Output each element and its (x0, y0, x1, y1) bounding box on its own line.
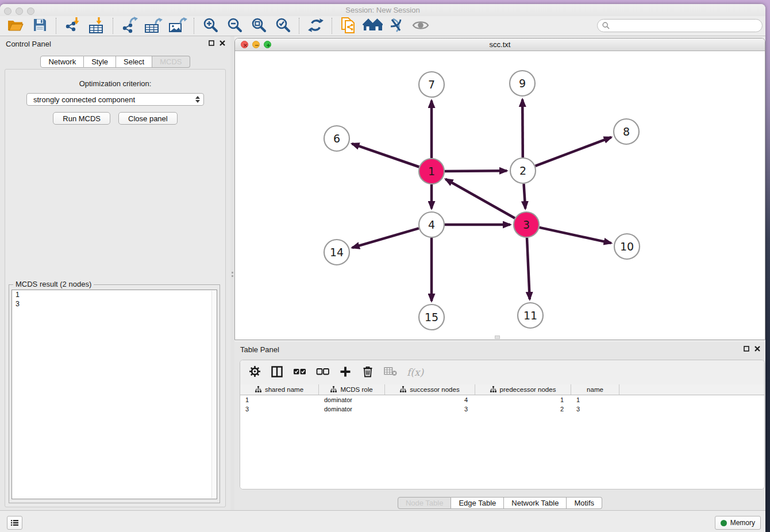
neighbors-button[interactable] (360, 17, 384, 35)
graph-edge-4-14[interactable] (352, 228, 419, 248)
table-panel-title: Table Panel (240, 345, 279, 354)
column-header-successor-nodes[interactable]: successor nodes (385, 384, 475, 395)
gear-icon (249, 365, 261, 379)
optimization-criterion-label: Optimization criterion: (5, 79, 225, 88)
zoom-in-icon (202, 17, 219, 35)
tab-motifs[interactable]: Motifs (567, 497, 602, 509)
memory-button[interactable]: Memory (715, 516, 761, 530)
search-input[interactable] (613, 21, 757, 30)
import-network-icon (64, 17, 81, 35)
tab-node-table[interactable]: Node Table (398, 497, 452, 509)
import-table-button[interactable] (84, 17, 109, 35)
close-panel-button[interactable]: Close panel (118, 112, 178, 125)
table-row[interactable]: 3dominator323 (240, 404, 764, 414)
table-cell[interactable]: dominator (319, 406, 385, 413)
graph-node-2[interactable]: 2 (510, 158, 536, 183)
svg-text:9: 9 (519, 77, 526, 90)
table-cell[interactable]: 1 (571, 396, 619, 403)
svg-text:4: 4 (428, 218, 435, 231)
trash-icon (363, 365, 373, 379)
show-columns-button[interactable] (271, 365, 283, 380)
hide-graphics-details-button[interactable] (384, 17, 409, 35)
graph-edge-3-10[interactable] (540, 228, 611, 243)
graph-edge-3-11[interactable] (527, 238, 530, 299)
graph-node-15[interactable]: 15 (419, 304, 444, 330)
export-image-button[interactable] (165, 17, 190, 35)
add-row-button[interactable] (339, 365, 352, 380)
tab-mcds[interactable]: MCDS (152, 56, 190, 68)
column-header-predecessor-nodes[interactable]: predecessor nodes (475, 384, 571, 395)
zoom-selected-button[interactable] (271, 17, 295, 35)
scrollbar[interactable] (211, 291, 216, 498)
graph-edge-2-9[interactable] (522, 99, 523, 157)
export-table-button[interactable] (141, 17, 165, 35)
graph-node-4[interactable]: 4 (419, 212, 444, 237)
tab-select[interactable]: Select (116, 56, 152, 68)
node-table[interactable]: shared nameMCDS rolesuccessor nodesprede… (240, 384, 764, 489)
column-header-name[interactable]: name (571, 384, 619, 395)
zoom-in-button[interactable] (198, 17, 222, 35)
graph-edge-2-8[interactable] (536, 137, 611, 166)
zoom-out-button[interactable] (222, 17, 247, 35)
eye-icon (412, 19, 429, 33)
column-header-MCDS-role[interactable]: MCDS role (319, 384, 385, 395)
criterion-select[interactable]: strongly connected component (26, 93, 204, 106)
column-header-shared-name[interactable]: shared name (240, 384, 319, 395)
run-mcds-button[interactable]: Run MCDS (53, 112, 110, 125)
float-panel-icon[interactable] (209, 40, 214, 46)
float-panel-icon[interactable] (744, 346, 749, 352)
mcds-result-item[interactable]: 1 (12, 290, 217, 299)
mcds-result-list[interactable]: 13 (11, 290, 217, 499)
table-options-button[interactable] (248, 365, 261, 380)
tab-edge-table[interactable]: Edge Table (451, 497, 504, 509)
search-field[interactable] (597, 19, 763, 32)
zoom-fit-button[interactable] (247, 17, 271, 35)
tab-network[interactable]: Network (40, 56, 84, 68)
table-cell[interactable]: 3 (571, 406, 619, 413)
clear-selection-button[interactable] (316, 365, 329, 380)
column-type-icon (490, 386, 496, 394)
graph-node-9[interactable]: 9 (510, 71, 535, 96)
table-cell[interactable]: 3 (385, 406, 475, 413)
close-panel-icon[interactable] (220, 40, 225, 46)
graph-node-6[interactable]: 6 (324, 126, 349, 151)
table-cell[interactable]: 2 (475, 406, 571, 413)
export-network-button[interactable] (117, 17, 141, 35)
panel-splitter[interactable] (230, 36, 234, 510)
clone-network-button[interactable] (336, 17, 360, 35)
clone-network-icon (340, 17, 357, 36)
graph-node-10[interactable]: 10 (614, 234, 640, 259)
table-row[interactable]: 1dominator411 (240, 395, 764, 404)
table-cell[interactable]: 4 (385, 396, 475, 403)
graph-node-14[interactable]: 14 (324, 240, 349, 265)
mcds-result-item[interactable]: 3 (12, 299, 217, 309)
table-cell[interactable]: 1 (475, 396, 571, 403)
tab-network-table[interactable]: Network Table (504, 497, 567, 509)
tab-style[interactable]: Style (84, 56, 116, 68)
graph-node-7[interactable]: 7 (419, 72, 444, 97)
network-canvas[interactable]: 7968124314101511 (235, 51, 765, 340)
save-session-button[interactable] (28, 17, 52, 35)
table-cell[interactable]: 1 (240, 396, 319, 403)
table-cell[interactable]: dominator (319, 396, 385, 403)
select-all-button[interactable] (293, 365, 306, 380)
toolbar-separator (56, 18, 56, 34)
import-network-button[interactable] (60, 17, 84, 35)
graph-edge-1-6[interactable] (352, 144, 419, 167)
graph-node-1[interactable]: 1 (419, 159, 444, 184)
column-type-icon (255, 386, 261, 394)
close-panel-icon[interactable] (754, 346, 760, 352)
open-session-button[interactable] (3, 17, 28, 35)
delete-button[interactable] (361, 365, 374, 380)
column-type-icon (330, 386, 337, 394)
apply-layout-button[interactable] (303, 17, 328, 35)
task-history-button[interactable] (7, 516, 22, 530)
graph-node-11[interactable]: 11 (518, 303, 543, 328)
graph-edge-2-3[interactable] (524, 184, 526, 209)
graph-node-3[interactable]: 3 (514, 212, 539, 237)
graph-edge-1-2[interactable] (445, 171, 507, 171)
splitter-handle[interactable] (495, 336, 500, 339)
table-cell[interactable]: 3 (240, 406, 319, 413)
graph-node-8[interactable]: 8 (614, 119, 639, 144)
graph-edge-3-1[interactable] (445, 179, 515, 218)
